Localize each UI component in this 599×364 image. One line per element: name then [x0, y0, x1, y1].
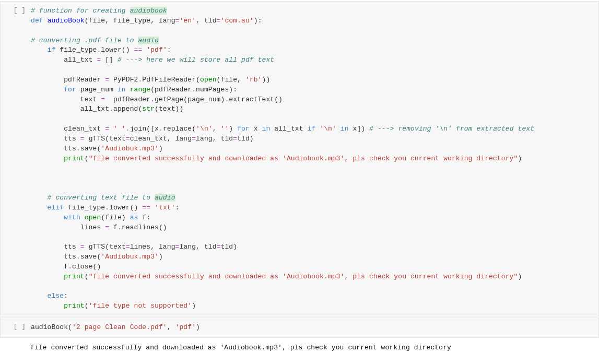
code-token: close(): [72, 263, 101, 271]
code-token: tts: [31, 253, 76, 261]
code-token: for: [64, 86, 76, 93]
code-token: 'file type not supported': [89, 302, 192, 310]
code-token: lines: [31, 224, 105, 231]
code-token: with: [64, 214, 80, 221]
code-token: ): [159, 145, 163, 152]
code-token: ): [196, 323, 200, 331]
code-token: f:: [138, 214, 150, 221]
code-token: append(: [113, 105, 142, 113]
code-token: file_type: [64, 204, 105, 212]
code-token: 'pdf': [175, 323, 196, 331]
code-token: .: [126, 125, 130, 133]
code-token: =: [105, 224, 109, 231]
code-editor-1[interactable]: # function for creating audiobook def au…: [31, 2, 598, 316]
code-token: ,: [213, 125, 221, 133]
code-token: for: [237, 125, 250, 133]
code-token: =: [217, 17, 221, 25]
code-token: 'pdf': [146, 46, 167, 54]
code-token: =: [105, 125, 109, 133]
code-token: PdfFileReader(: [142, 76, 200, 84]
code-token: save(: [80, 253, 101, 261]
code-token: 'en': [179, 17, 196, 25]
code-token: .: [68, 263, 72, 271]
code-cell-2[interactable]: [ ] audioBook('2 page Clean Code.pdf', '…: [0, 318, 599, 338]
code-token: [31, 86, 64, 93]
code-token: def: [31, 17, 43, 25]
code-token: x]): [349, 125, 370, 133]
code-token: =: [192, 135, 196, 143]
code-token: all_txt: [31, 56, 97, 64]
code-token: =: [80, 243, 85, 251]
code-token: '2 page Clean Code.pdf': [72, 323, 167, 331]
code-token: [31, 155, 64, 162]
code-token: # ---> here we will store all pdf text: [118, 56, 274, 64]
code-token: .: [76, 145, 80, 152]
code-token: f: [31, 263, 68, 271]
code-token: audioBook(: [31, 323, 72, 331]
code-token: open: [200, 76, 217, 84]
code-token: '\n': [320, 125, 336, 133]
code-token: ): [518, 273, 522, 280]
code-token: =: [80, 135, 85, 143]
output-area: [ ] file converted successfully and down…: [0, 339, 599, 360]
code-token: audio: [138, 37, 159, 44]
code-token: (file): [101, 214, 130, 221]
code-token: tts: [31, 145, 76, 152]
code-token: # converting text file to: [48, 194, 155, 202]
code-token: if: [48, 46, 56, 54]
code-token: audioBook: [48, 17, 85, 25]
code-token: lower(): [109, 204, 142, 212]
code-token: readlines(): [122, 224, 167, 231]
code-token: pdfReader: [31, 76, 105, 84]
code-token: [31, 292, 48, 300]
code-token: 'rb': [245, 76, 262, 84]
code-editor-2[interactable]: audioBook('2 page Clean Code.pdf', 'pdf'…: [31, 318, 598, 337]
code-token: tts: [31, 243, 80, 251]
code-token: print: [64, 155, 85, 162]
code-token: "file converted successfully and downloa…: [89, 155, 518, 162]
code-token: (text)): [155, 105, 183, 113]
code-token: clean_txt: [31, 125, 105, 133]
code-token: gTTS(text: [85, 135, 126, 143]
code-token: print: [64, 302, 85, 310]
code-cell-1[interactable]: [ ] # function for creating audiobook de…: [0, 1, 599, 316]
code-token: '\n': [196, 125, 213, 133]
code-token: # converting .pdf file to: [31, 37, 138, 44]
code-token: [80, 214, 85, 221]
code-token: tld): [237, 135, 254, 143]
code-token: (file,: [217, 76, 245, 84]
code-token: .: [150, 96, 155, 103]
code-token: ' ': [113, 125, 126, 133]
code-token: '': [221, 125, 229, 133]
code-token: )): [262, 76, 271, 84]
code-token: .: [192, 86, 196, 93]
code-token: all_txt: [31, 105, 109, 113]
code-token: pdfReader: [105, 96, 150, 103]
code-token: getPage(page_num): [155, 96, 225, 103]
code-token: x: [250, 125, 262, 133]
code-token: elif: [48, 204, 64, 212]
code-token: (file, file_type, lang: [85, 17, 175, 25]
code-token: .: [76, 253, 80, 261]
code-token: ,: [167, 323, 175, 331]
code-token: in: [340, 125, 349, 133]
code-token: ): [229, 125, 237, 133]
code-token: [126, 86, 130, 93]
code-token: .: [109, 105, 113, 113]
code-token: "file converted successfully and downloa…: [89, 273, 518, 280]
code-token: page_num: [76, 86, 118, 93]
code-token: []: [101, 56, 118, 64]
code-token: text: [31, 96, 101, 103]
code-token: [31, 46, 48, 54]
code-token: 'Audiobuk.mp3': [101, 145, 159, 152]
code-token: ): [192, 302, 196, 310]
code-token: [336, 125, 340, 133]
code-token: as: [130, 214, 138, 221]
code-token: :: [175, 204, 180, 212]
code-token: if: [308, 125, 316, 133]
output-prompt: [ ]: [0, 341, 30, 358]
code-token: str: [142, 105, 155, 113]
code-token: [31, 204, 48, 212]
code-token: audio: [155, 194, 175, 202]
code-token: in: [118, 86, 126, 93]
